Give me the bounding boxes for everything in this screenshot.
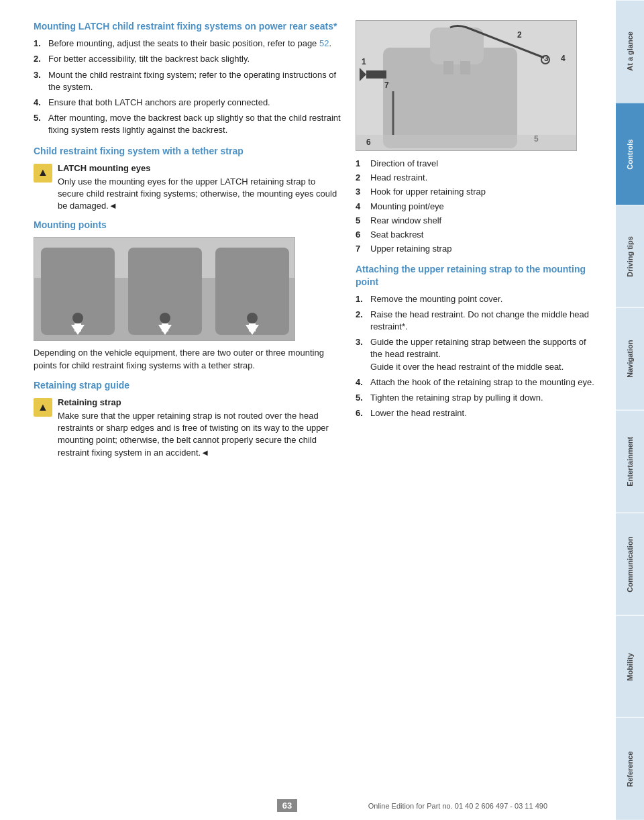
step-text: For better accessibility, tilt the backr… — [48, 53, 250, 65]
diagram-label-item: 1 Direction of travel — [356, 158, 596, 170]
mounting-points-image — [34, 237, 295, 341]
step-text: Remove the mounting point cover. — [370, 293, 502, 305]
page-link[interactable]: 52 — [319, 38, 329, 48]
label-num: 3 — [356, 186, 365, 198]
svg-rect-21 — [366, 70, 386, 79]
page-wrapper: Mounting LATCH child restraint fixing sy… — [0, 0, 644, 820]
mounting-points-desc: Depending on the vehicle equipment, ther… — [34, 346, 342, 372]
page-number: 63 — [277, 799, 297, 812]
diagram-label-item: 6 Seat backrest — [356, 229, 596, 241]
step-num: 1. — [356, 293, 366, 305]
mounting-image-svg — [34, 238, 295, 341]
warning-bold-2: Retaining strap — [58, 397, 342, 409]
svg-point-5 — [72, 313, 83, 323]
step-num: 4. — [356, 376, 366, 389]
warning-bold-1: LATCH mounting eyes — [58, 162, 342, 174]
svg-rect-17 — [430, 28, 484, 64]
svg-text:2: 2 — [517, 30, 522, 40]
diagram-label-item: 4 Mounting point/eye — [356, 201, 596, 213]
warning-text-2: Retaining strap Make sure that the upper… — [58, 397, 342, 459]
label-text: Rear window shelf — [370, 215, 441, 227]
list-item: 4. Ensure that both LATCH anchors are pr… — [34, 97, 342, 109]
warning-icon-2: ▲ — [34, 398, 52, 417]
label-num: 1 — [356, 158, 365, 170]
svg-rect-11 — [162, 323, 168, 331]
step-num: 5. — [34, 112, 44, 136]
svg-point-7 — [247, 313, 258, 323]
step-num: 1. — [34, 38, 44, 50]
sidebar-tab-navigation[interactable]: Navigation — [616, 307, 644, 410]
step-num: 6. — [356, 407, 366, 419]
attaching-steps-list: 1. Remove the mounting point cover. 2. R… — [356, 293, 596, 420]
sidebar-tab-mobility[interactable]: Mobility — [616, 615, 644, 718]
label-num: 2 — [356, 172, 365, 184]
left-column: Mounting LATCH child restraint fixing sy… — [34, 20, 342, 466]
sidebar-tab-reference[interactable]: Reference — [616, 717, 644, 820]
list-item: 1. Before mounting, adjust the seats to … — [34, 38, 342, 50]
diagram-label-item: 2 Head restraint. — [356, 172, 596, 184]
diagram-svg: 1 2 3 4 5 — [356, 21, 577, 151]
warning-body-2: Make sure that the upper retaining strap… — [58, 411, 329, 458]
step-text: Guide the upper retaining strap between … — [370, 336, 596, 373]
sidebar-tab-driving-tips[interactable]: Driving tips — [616, 205, 644, 308]
step-text: Before mounting, adjust the seats to the… — [48, 38, 331, 50]
svg-rect-13 — [249, 323, 256, 331]
list-item: 5. After mounting, move the backrest bac… — [34, 112, 342, 136]
retaining-strap-title: Retaining strap guide — [34, 379, 342, 391]
svg-text:1: 1 — [362, 57, 366, 66]
child-restraint-title: Child restraint fixing system with a tet… — [34, 145, 342, 157]
attaching-section-title: Attaching the upper retaining strap to t… — [356, 263, 596, 287]
label-text: Head restraint. — [370, 172, 427, 184]
list-item: 2. For better accessibility, tilt the ba… — [34, 53, 342, 65]
list-item: 4. Attach the hook of the retaining stra… — [356, 376, 596, 389]
diagram-labels-list: 1 Direction of travel 2 Head restraint. … — [356, 158, 596, 255]
label-text: Seat backrest — [370, 229, 424, 241]
sidebar-tab-at-a-glance[interactable]: At a glance — [616, 0, 644, 103]
warning-block-1: ▲ LATCH mounting eyes Only use the mount… — [34, 162, 342, 213]
sidebar-tab-controls[interactable]: Controls — [616, 103, 644, 205]
step-text: Ensure that both LATCH anchors are prope… — [48, 97, 270, 109]
two-column-layout: Mounting LATCH child restraint fixing sy… — [34, 20, 596, 466]
list-item: 5. Tighten the retaining strap by pullin… — [356, 392, 596, 404]
step-text: Mount the child restraint fixing system;… — [48, 69, 342, 93]
main-content: Mounting LATCH child restraint fixing sy… — [0, 0, 616, 820]
svg-rect-28 — [356, 135, 577, 151]
list-item: 3. Guide the upper retaining strap betwe… — [356, 336, 596, 373]
list-item: 6. Lower the head restraint. — [356, 407, 596, 419]
diagram-image: 1 2 3 4 5 — [356, 20, 577, 151]
label-text: Direction of travel — [370, 158, 438, 170]
step-text: Lower the head restraint. — [370, 407, 467, 419]
label-text: Upper retaining strap — [370, 243, 451, 255]
step-text: Tighten the retaining strap by pulling i… — [370, 392, 543, 404]
list-item: 2. Raise the head restraint. Do not chan… — [356, 309, 596, 333]
sidebar-tab-communication[interactable]: Communication — [616, 513, 644, 615]
step-text: Attach the hook of the retaining strap t… — [370, 376, 594, 389]
label-num: 4 — [356, 201, 365, 213]
step-num: 3. — [34, 69, 44, 93]
svg-point-6 — [160, 313, 170, 323]
list-item: 3. Mount the child restraint fixing syst… — [34, 69, 342, 93]
label-num: 5 — [356, 215, 365, 227]
step-num: 2. — [34, 53, 44, 65]
right-column: 1 2 3 4 5 — [356, 20, 596, 466]
warning-body-1: Only use the mounting eyes for the upper… — [58, 176, 337, 211]
warning-icon-1: ▲ — [34, 164, 52, 183]
step-text: Raise the head restraint. Do not change … — [370, 309, 596, 333]
right-sidebar: At a glance Controls Driving tips Naviga… — [616, 0, 644, 820]
svg-rect-9 — [74, 323, 81, 331]
list-item: 1. Remove the mounting point cover. — [356, 293, 596, 305]
svg-rect-18 — [443, 61, 453, 74]
diagram-label-item: 3 Hook for upper retaining strap — [356, 186, 596, 198]
step-text: After mounting, move the backrest back u… — [48, 112, 342, 136]
mounting-points-title: Mounting points — [34, 219, 342, 231]
label-text: Hook for upper retaining strap — [370, 186, 486, 198]
label-num: 6 — [356, 229, 365, 241]
label-num: 7 — [356, 243, 365, 255]
main-section-title: Mounting LATCH child restraint fixing sy… — [34, 20, 342, 32]
svg-rect-19 — [460, 61, 470, 74]
sidebar-tab-entertainment[interactable]: Entertainment — [616, 410, 644, 513]
diagram-label-item: 7 Upper retaining strap — [356, 243, 596, 255]
step-num: 3. — [356, 336, 366, 373]
page-footer: 63 Online Edition for Part no. 01 40 2 6… — [0, 799, 588, 812]
step-num: 4. — [34, 97, 44, 109]
